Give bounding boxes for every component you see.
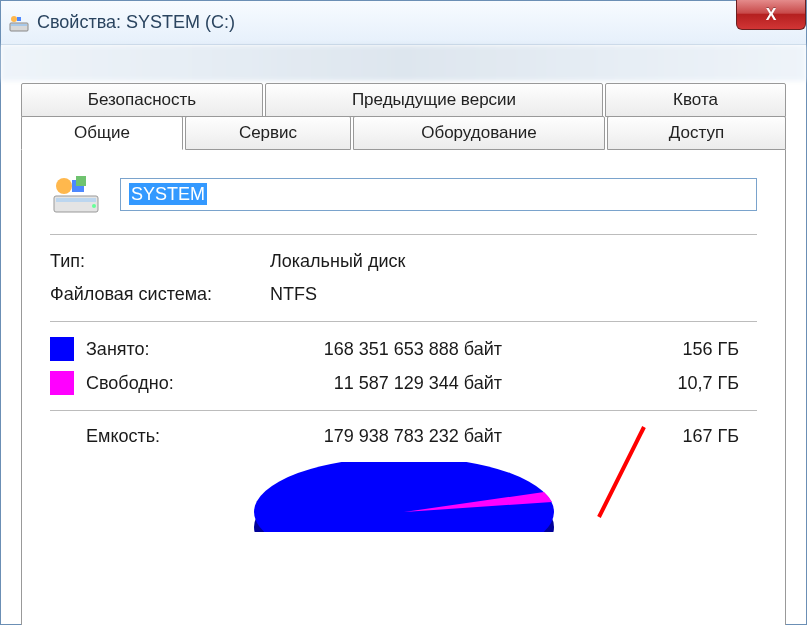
type-value: Локальный диск: [270, 251, 757, 272]
tab-general[interactable]: Общие: [21, 116, 183, 150]
filesystem-value: NTFS: [270, 284, 757, 305]
window-title: Свойства: SYSTEM (C:): [37, 12, 235, 33]
capacity-bytes: 179 938 783 232 байт: [230, 426, 510, 447]
titlebar[interactable]: Свойства: SYSTEM (C:) X: [1, 1, 806, 45]
dialog-content: Безопасность Предыдущие версии Квота Общ…: [1, 83, 806, 625]
used-gb: 156 ГБ: [510, 339, 757, 360]
usage-pie-chart: [244, 462, 564, 532]
svg-rect-9: [76, 176, 86, 186]
used-color-swatch: [50, 337, 74, 361]
tab-hardware[interactable]: Оборудование: [353, 116, 605, 150]
svg-rect-5: [56, 198, 96, 202]
free-color-swatch: [50, 371, 74, 395]
drive-icon: [9, 13, 29, 33]
svg-rect-3: [17, 17, 21, 21]
volume-name-value: SYSTEM: [129, 183, 207, 205]
properties-window: Свойства: SYSTEM (C:) X Безопасность Пре…: [0, 0, 807, 625]
divider: [50, 234, 757, 235]
tab-quota[interactable]: Квота: [605, 83, 786, 117]
tab-security[interactable]: Безопасность: [21, 83, 263, 117]
tab-sharing[interactable]: Доступ: [607, 116, 786, 150]
capacity-gb: 167 ГБ: [510, 426, 757, 447]
glass-border: [1, 45, 806, 81]
used-bytes: 168 351 653 888 байт: [230, 339, 510, 360]
svg-point-6: [92, 204, 96, 208]
svg-point-7: [56, 178, 72, 194]
tab-previous-versions[interactable]: Предыдущие версии: [265, 83, 603, 117]
divider: [50, 321, 757, 322]
svg-point-2: [11, 16, 17, 22]
capacity-label: Емкость:: [86, 426, 230, 447]
tab-tools[interactable]: Сервис: [185, 116, 351, 150]
used-label: Занято:: [86, 339, 230, 360]
pie-chart-wrap: [50, 462, 757, 532]
general-panel: SYSTEM Тип: Локальный диск Файловая сист…: [21, 150, 786, 625]
free-bytes: 11 587 129 344 байт: [230, 373, 510, 394]
drive-large-icon: [50, 172, 102, 216]
divider: [50, 410, 757, 411]
free-gb: 10,7 ГБ: [510, 373, 757, 394]
tab-strip: Безопасность Предыдущие версии Квота Общ…: [21, 83, 786, 150]
volume-name-input[interactable]: SYSTEM: [120, 178, 757, 211]
close-button[interactable]: X: [736, 0, 806, 30]
svg-rect-1: [11, 24, 27, 26]
type-label: Тип:: [50, 251, 270, 272]
filesystem-label: Файловая система:: [50, 284, 270, 305]
free-label: Свободно:: [86, 373, 230, 394]
close-icon: X: [766, 6, 777, 24]
